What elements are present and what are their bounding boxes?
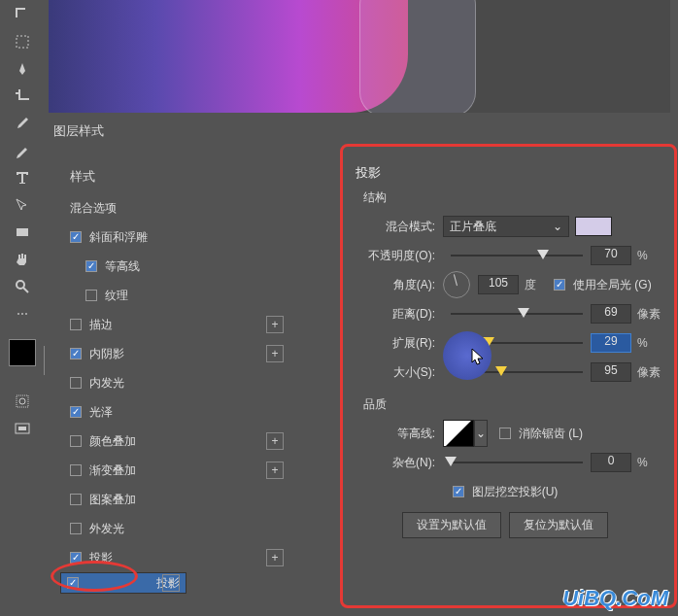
spread-input[interactable]: 29 bbox=[591, 333, 631, 353]
move-tool-icon[interactable] bbox=[13, 5, 32, 24]
drop-shadow2-add-icon[interactable]: + bbox=[162, 574, 180, 592]
angle-label: 角度(A): bbox=[350, 277, 443, 293]
contour-checkbox[interactable] bbox=[85, 260, 97, 272]
spread-slider[interactable] bbox=[451, 336, 583, 350]
opacity-slider[interactable] bbox=[451, 249, 583, 262]
satin-checkbox[interactable] bbox=[70, 406, 82, 418]
outer-glow-label: 外发光 bbox=[89, 521, 124, 537]
stroke-label: 描边 bbox=[89, 317, 113, 333]
contour-picker[interactable] bbox=[443, 420, 474, 447]
blend-options-row[interactable]: 混合选项 bbox=[60, 193, 289, 222]
canvas-area[interactable] bbox=[49, 0, 670, 113]
color-overlay-row[interactable]: 颜色叠加+ bbox=[60, 427, 289, 456]
outer-glow-checkbox[interactable] bbox=[70, 523, 82, 534]
svg-point-4 bbox=[19, 398, 25, 404]
size-input[interactable]: 95 bbox=[591, 362, 631, 382]
satin-row[interactable]: 光泽 bbox=[60, 397, 289, 427]
inner-shadow-add-icon[interactable]: + bbox=[266, 345, 284, 362]
color-overlay-add-icon[interactable]: + bbox=[266, 432, 284, 450]
svg-point-2 bbox=[17, 281, 24, 289]
angle-dial[interactable] bbox=[443, 271, 470, 298]
distance-unit: 像素 bbox=[637, 306, 661, 323]
gradient-overlay-checkbox[interactable] bbox=[70, 464, 82, 476]
svg-rect-1 bbox=[17, 228, 28, 236]
drop-shadow-row-1[interactable]: 投影+ bbox=[60, 543, 289, 572]
inner-shadow-row[interactable]: 内阴影+ bbox=[60, 339, 289, 368]
marquee-tool-icon[interactable] bbox=[13, 32, 32, 51]
knockout-checkbox[interactable] bbox=[453, 486, 464, 497]
spread-unit: % bbox=[637, 336, 661, 350]
texture-checkbox[interactable] bbox=[85, 290, 97, 301]
gradient-overlay-row[interactable]: 渐变叠加+ bbox=[60, 456, 289, 485]
contour-dropdown-icon[interactable]: ⌄ bbox=[474, 420, 488, 447]
path-tool-icon[interactable] bbox=[13, 195, 32, 215]
drop-shadow2-checkbox[interactable] bbox=[67, 577, 79, 589]
structure-group-title: 结构 bbox=[363, 189, 661, 206]
stroke-add-icon[interactable]: + bbox=[266, 316, 284, 333]
layer-style-dialog: 样式 混合选项 斜面和浮雕 等高线 纹理 描边+ 内阴影+ 内发光 光泽 颜色叠… bbox=[49, 141, 675, 607]
canvas-artwork bbox=[49, 0, 408, 113]
more-tool-icon[interactable]: ⋯ bbox=[13, 304, 32, 324]
opacity-input[interactable]: 70 bbox=[591, 246, 631, 265]
type-tool-icon[interactable] bbox=[13, 168, 32, 188]
chevron-down-icon: ⌄ bbox=[553, 220, 562, 233]
noise-input[interactable]: 0 bbox=[591, 453, 631, 472]
eyedropper-tool-icon[interactable] bbox=[13, 114, 32, 133]
gradient-overlay-add-icon[interactable]: + bbox=[266, 462, 284, 479]
inner-shadow-checkbox[interactable] bbox=[70, 348, 82, 359]
rect-tool-icon[interactable] bbox=[13, 222, 32, 242]
stroke-checkbox[interactable] bbox=[70, 319, 82, 330]
blend-mode-dropdown[interactable]: 正片叠底⌄ bbox=[443, 216, 569, 237]
texture-row[interactable]: 纹理 bbox=[60, 281, 289, 310]
reset-default-button[interactable]: 复位为默认值 bbox=[509, 512, 608, 538]
size-slider[interactable] bbox=[451, 365, 583, 379]
pattern-overlay-checkbox[interactable] bbox=[70, 494, 82, 505]
contour-row[interactable]: 等高线 bbox=[60, 252, 289, 281]
canvas-glass-shape bbox=[359, 0, 476, 113]
styles-header: 样式 bbox=[60, 160, 289, 193]
texture-label: 纹理 bbox=[105, 288, 128, 304]
distance-slider[interactable] bbox=[451, 307, 583, 321]
spread-label: 扩展(R): bbox=[350, 335, 443, 352]
shadow-color-swatch[interactable] bbox=[575, 217, 612, 236]
color-overlay-checkbox[interactable] bbox=[70, 435, 82, 447]
drop-shadow-row-2[interactable]: 投影+ bbox=[60, 572, 186, 594]
inner-shadow-label: 内阴影 bbox=[89, 346, 124, 362]
inner-glow-row[interactable]: 内发光 bbox=[60, 368, 289, 397]
zoom-tool-icon[interactable] bbox=[13, 277, 32, 296]
pattern-overlay-row[interactable]: 图案叠加 bbox=[60, 485, 289, 514]
stroke-row[interactable]: 描边+ bbox=[60, 310, 289, 339]
antialias-checkbox[interactable] bbox=[499, 428, 511, 439]
crop-tool-icon[interactable] bbox=[13, 86, 32, 106]
drop-shadow1-checkbox[interactable] bbox=[70, 552, 82, 564]
angle-input[interactable]: 105 bbox=[478, 275, 519, 294]
drop-shadow-detail-panel: 投影 结构 混合模式: 正片叠底⌄ 不透明度(O): 70 % 角度(A): 1… bbox=[342, 153, 668, 590]
detail-title: 投影 bbox=[356, 164, 661, 182]
noise-slider[interactable] bbox=[451, 456, 583, 469]
distance-input[interactable]: 69 bbox=[591, 304, 631, 324]
contour-label: 等高线 bbox=[105, 258, 140, 275]
hand-tool-icon[interactable] bbox=[13, 250, 32, 269]
toolbar: ⋯ bbox=[0, 0, 44, 616]
global-light-checkbox[interactable] bbox=[554, 279, 565, 291]
bevel-checkbox[interactable] bbox=[70, 231, 82, 243]
noise-unit: % bbox=[637, 456, 661, 469]
bevel-row[interactable]: 斜面和浮雕 bbox=[60, 222, 289, 252]
screenmode-icon[interactable] bbox=[13, 419, 32, 438]
foreground-color-swatch[interactable] bbox=[9, 339, 36, 366]
blend-mode-label: 混合模式: bbox=[350, 219, 443, 235]
inner-glow-checkbox[interactable] bbox=[70, 377, 82, 389]
watermark: UiBQ.CoM bbox=[562, 586, 668, 611]
pen-tool-icon[interactable] bbox=[13, 141, 32, 160]
outer-glow-row[interactable]: 外发光 bbox=[60, 514, 289, 543]
quickmask-icon[interactable] bbox=[13, 392, 32, 411]
brush-tool-icon[interactable] bbox=[13, 59, 32, 79]
size-unit: 像素 bbox=[637, 364, 661, 381]
drop-shadow-add-icon[interactable]: + bbox=[266, 549, 284, 566]
inner-glow-label: 内发光 bbox=[89, 375, 124, 392]
styles-list-panel: 样式 混合选项 斜面和浮雕 等高线 纹理 描边+ 内阴影+ 内发光 光泽 颜色叠… bbox=[60, 160, 289, 588]
make-default-button[interactable]: 设置为默认值 bbox=[402, 512, 501, 538]
svg-rect-3 bbox=[17, 395, 28, 407]
satin-label: 光泽 bbox=[89, 404, 113, 421]
knockout-label: 图层挖空投影(U) bbox=[472, 484, 559, 500]
